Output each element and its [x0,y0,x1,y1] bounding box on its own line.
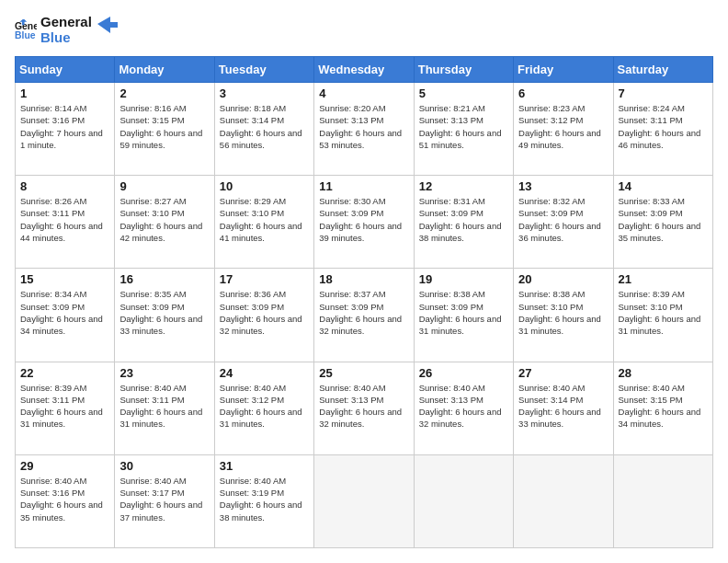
day-info: Sunrise: 8:40 AMSunset: 3:14 PMDaylight:… [518,382,608,431]
logo-general: General [40,15,92,30]
day-number: 19 [419,272,508,286]
day-number: 14 [619,179,708,193]
day-info: Sunrise: 8:14 AMSunset: 3:16 PMDaylight:… [20,102,109,151]
calendar-day-cell: 18Sunrise: 8:37 AMSunset: 3:09 PMDayligh… [314,269,414,362]
calendar-day-cell [314,454,414,547]
day-info: Sunrise: 8:40 AMSunset: 3:19 PMDaylight:… [220,475,309,523]
day-info: Sunrise: 8:29 AMSunset: 3:10 PMDaylight:… [220,195,309,244]
day-number: 2 [119,86,209,100]
day-number: 9 [119,179,209,193]
day-info: Sunrise: 8:20 AMSunset: 3:13 PMDaylight:… [319,102,408,151]
day-number: 24 [220,366,309,380]
day-info: Sunrise: 8:30 AMSunset: 3:09 PMDaylight:… [319,195,408,244]
calendar-day-cell: 5Sunrise: 8:21 AMSunset: 3:13 PMDaylight… [414,83,513,176]
calendar-day-header: Tuesday [214,57,313,83]
calendar-week-row: 15Sunrise: 8:34 AMSunset: 3:09 PMDayligh… [16,269,713,362]
day-info: Sunrise: 8:35 AMSunset: 3:09 PMDaylight:… [119,288,209,337]
day-info: Sunrise: 8:31 AMSunset: 3:09 PMDaylight:… [419,195,508,244]
calendar-day-cell: 29Sunrise: 8:40 AMSunset: 3:16 PMDayligh… [16,454,115,547]
calendar-day-header: Saturday [613,57,712,83]
calendar-day-cell: 23Sunrise: 8:40 AMSunset: 3:11 PMDayligh… [115,362,214,454]
logo: General Blue General Blue [15,15,118,45]
calendar-day-cell: 28Sunrise: 8:40 AMSunset: 3:15 PMDayligh… [613,362,712,454]
header: General Blue General Blue [15,15,713,45]
logo-blue: Blue [40,30,92,46]
day-number: 4 [319,86,408,100]
day-number: 30 [119,459,209,473]
calendar-day-header: Friday [514,57,613,83]
calendar-day-header: Thursday [414,57,513,83]
calendar-day-cell: 3Sunrise: 8:18 AMSunset: 3:14 PMDaylight… [214,83,313,176]
day-info: Sunrise: 8:23 AMSunset: 3:12 PMDaylight:… [518,102,608,151]
day-info: Sunrise: 8:40 AMSunset: 3:11 PMDaylight:… [119,382,209,431]
day-info: Sunrise: 8:18 AMSunset: 3:14 PMDaylight:… [220,102,309,151]
calendar-day-cell: 7Sunrise: 8:24 AMSunset: 3:11 PMDaylight… [613,83,712,176]
page: General Blue General Blue SundayMondayTu… [0,0,728,563]
day-number: 13 [518,179,608,193]
day-info: Sunrise: 8:39 AMSunset: 3:11 PMDaylight:… [20,382,109,431]
calendar-day-cell: 4Sunrise: 8:20 AMSunset: 3:13 PMDaylight… [314,83,414,176]
day-number: 3 [220,86,309,100]
day-number: 15 [20,272,109,286]
calendar-day-cell [514,454,613,547]
calendar-day-header: Wednesday [314,57,414,83]
day-number: 8 [20,179,109,193]
day-number: 25 [319,366,408,380]
day-number: 29 [20,459,109,473]
day-info: Sunrise: 8:21 AMSunset: 3:13 PMDaylight:… [419,102,508,151]
day-info: Sunrise: 8:40 AMSunset: 3:12 PMDaylight:… [220,382,309,431]
day-number: 31 [220,459,309,473]
day-info: Sunrise: 8:37 AMSunset: 3:09 PMDaylight:… [319,288,408,337]
calendar-day-cell: 19Sunrise: 8:38 AMSunset: 3:09 PMDayligh… [414,269,513,362]
day-number: 18 [319,272,408,286]
calendar-day-cell: 22Sunrise: 8:39 AMSunset: 3:11 PMDayligh… [16,362,115,454]
day-number: 17 [220,272,309,286]
calendar-day-cell: 25Sunrise: 8:40 AMSunset: 3:13 PMDayligh… [314,362,414,454]
calendar-day-cell: 20Sunrise: 8:38 AMSunset: 3:10 PMDayligh… [514,269,613,362]
day-number: 6 [518,86,608,100]
day-info: Sunrise: 8:39 AMSunset: 3:10 PMDaylight:… [619,288,708,337]
calendar-day-cell: 15Sunrise: 8:34 AMSunset: 3:09 PMDayligh… [16,269,115,362]
calendar-day-header: Sunday [16,57,115,83]
calendar-day-cell: 17Sunrise: 8:36 AMSunset: 3:09 PMDayligh… [214,269,313,362]
calendar-day-cell: 30Sunrise: 8:40 AMSunset: 3:17 PMDayligh… [115,454,214,547]
svg-text:Blue: Blue [15,29,36,40]
calendar-day-cell: 10Sunrise: 8:29 AMSunset: 3:10 PMDayligh… [214,176,313,269]
calendar-day-cell [613,454,712,547]
day-info: Sunrise: 8:26 AMSunset: 3:11 PMDaylight:… [20,195,109,244]
calendar-day-cell: 11Sunrise: 8:30 AMSunset: 3:09 PMDayligh… [314,176,414,269]
day-info: Sunrise: 8:38 AMSunset: 3:09 PMDaylight:… [419,288,508,337]
calendar-week-row: 8Sunrise: 8:26 AMSunset: 3:11 PMDaylight… [16,176,713,269]
calendar-week-row: 1Sunrise: 8:14 AMSunset: 3:16 PMDaylight… [16,83,713,176]
calendar-header-row: SundayMondayTuesdayWednesdayThursdayFrid… [16,57,713,83]
svg-marker-3 [97,17,118,33]
day-info: Sunrise: 8:38 AMSunset: 3:10 PMDaylight:… [518,288,608,337]
calendar-day-cell [414,454,513,547]
logo-icon: General Blue [15,19,37,41]
day-number: 1 [20,86,109,100]
calendar-week-row: 22Sunrise: 8:39 AMSunset: 3:11 PMDayligh… [16,362,713,454]
day-number: 23 [119,366,209,380]
day-number: 27 [518,366,608,380]
day-info: Sunrise: 8:40 AMSunset: 3:13 PMDaylight:… [419,382,508,431]
day-number: 20 [518,272,608,286]
calendar-day-cell: 16Sunrise: 8:35 AMSunset: 3:09 PMDayligh… [115,269,214,362]
day-info: Sunrise: 8:24 AMSunset: 3:11 PMDaylight:… [619,102,708,151]
calendar-table: SundayMondayTuesdayWednesdayThursdayFrid… [15,56,713,548]
day-info: Sunrise: 8:40 AMSunset: 3:17 PMDaylight:… [119,475,209,523]
calendar-day-cell: 27Sunrise: 8:40 AMSunset: 3:14 PMDayligh… [514,362,613,454]
day-info: Sunrise: 8:34 AMSunset: 3:09 PMDaylight:… [20,288,109,337]
day-info: Sunrise: 8:32 AMSunset: 3:09 PMDaylight:… [518,195,608,244]
calendar-day-cell: 9Sunrise: 8:27 AMSunset: 3:10 PMDaylight… [115,176,214,269]
day-number: 26 [419,366,508,380]
day-info: Sunrise: 8:40 AMSunset: 3:13 PMDaylight:… [319,382,408,431]
day-info: Sunrise: 8:16 AMSunset: 3:15 PMDaylight:… [119,102,209,151]
logo-arrow-icon [97,17,118,37]
day-number: 22 [20,366,109,380]
day-number: 12 [419,179,508,193]
day-info: Sunrise: 8:33 AMSunset: 3:09 PMDaylight:… [619,195,708,244]
day-number: 10 [220,179,309,193]
calendar-day-cell: 31Sunrise: 8:40 AMSunset: 3:19 PMDayligh… [214,454,313,547]
calendar-day-cell: 14Sunrise: 8:33 AMSunset: 3:09 PMDayligh… [613,176,712,269]
day-number: 5 [419,86,508,100]
